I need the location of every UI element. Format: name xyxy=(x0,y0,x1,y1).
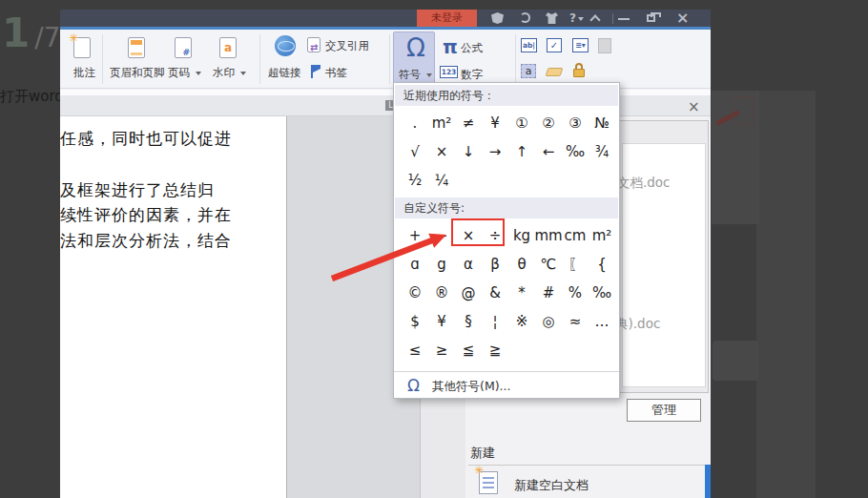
symbol-cell[interactable]: ↑ xyxy=(508,138,535,165)
recent-symbols-row: √×↓→↑←‰¾ xyxy=(402,138,617,165)
symbol-cell[interactable]: № xyxy=(589,110,615,136)
symbol-cell[interactable]: ‰ xyxy=(589,280,615,306)
symbol-cell[interactable]: ‰ xyxy=(562,138,589,165)
symbol-cell[interactable]: ¥ xyxy=(428,308,455,335)
shading-control-icon[interactable]: a xyxy=(521,64,536,78)
combobox-control-icon[interactable]: ≡▾ xyxy=(572,38,589,52)
feedback-refresh-icon[interactable] xyxy=(520,12,530,23)
symbol-cell[interactable]: θ xyxy=(508,251,535,278)
symbol-cell[interactable]: m² xyxy=(589,222,615,249)
chevron-down-icon xyxy=(240,72,246,75)
symbol-cell[interactable]: ¾ xyxy=(589,138,615,165)
close-button[interactable]: × xyxy=(676,11,689,25)
symbol-cell[interactable]: $ xyxy=(402,308,428,335)
formula-label: 公式 xyxy=(461,41,483,55)
task-pane-scrollbar[interactable] xyxy=(705,465,711,498)
symbol-cell[interactable]: ◎ xyxy=(535,308,562,335)
header-footer-label: 页眉和页脚 xyxy=(110,66,165,80)
task-pane-close-icon[interactable]: × xyxy=(688,100,700,114)
eraser-icon[interactable] xyxy=(546,68,564,76)
symbol-cell[interactable]: √ xyxy=(402,138,428,165)
symbol-cell[interactable]: ③ xyxy=(562,110,589,136)
symbol-cell[interactable]: ¦ xyxy=(482,308,508,335)
recent-symbols-row: .m²≠¥①②③№ xyxy=(402,110,617,136)
checkbox-control-icon[interactable]: ✓ xyxy=(547,38,562,52)
symbol-cell[interactable]: ≧ xyxy=(482,337,508,363)
bookmark-button[interactable]: 书签 xyxy=(307,64,364,83)
symbol-cell[interactable]: @ xyxy=(455,280,482,306)
annotation-highlight-box xyxy=(451,218,505,246)
symbol-cell[interactable]: α xyxy=(455,251,482,278)
symbol-cell[interactable]: ← xyxy=(535,138,562,165)
symbol-cell[interactable]: ② xyxy=(535,110,562,136)
document-text-line: 任感，同时也可以促进 xyxy=(60,128,232,150)
group-divider xyxy=(259,34,260,84)
symbol-cell[interactable]: ≥ xyxy=(428,337,455,363)
symbol-cell[interactable]: # xyxy=(535,280,562,306)
ghost-box xyxy=(733,96,754,125)
security-shield-icon[interactable] xyxy=(491,12,504,24)
manage-button[interactable]: 管理 xyxy=(627,399,701,422)
dropdown-separator xyxy=(394,371,619,372)
symbol-cell[interactable]: cm xyxy=(562,222,589,249)
symbol-cell[interactable]: × xyxy=(428,138,455,165)
symbol-cell[interactable]: 〖 xyxy=(562,251,589,278)
new-blank-doc-button[interactable]: 新建空白文档 xyxy=(514,477,589,494)
symbol-cell[interactable]: § xyxy=(455,308,482,335)
symbol-cell[interactable]: ≈ xyxy=(562,308,589,335)
minimize-button[interactable] xyxy=(618,18,630,20)
symbol-cell[interactable]: . xyxy=(402,110,428,136)
symbol-cell[interactable]: * xyxy=(508,280,535,306)
formula-button[interactable]: π 公式 xyxy=(438,37,514,58)
symbol-cell[interactable]: m² xyxy=(428,110,455,136)
symbol-cell[interactable]: … xyxy=(589,308,615,335)
cross-reference-button[interactable]: ⇄ 交叉引用 xyxy=(307,37,383,56)
recent-doc-item[interactable]: 文档.doc xyxy=(617,175,671,192)
more-symbols-item[interactable]: Ω 其他符号(M)... xyxy=(394,374,619,399)
page-total: /7 xyxy=(34,22,60,53)
skin-theme-icon[interactable] xyxy=(546,12,558,24)
symbol-cell[interactable]: → xyxy=(482,138,508,165)
comment-button[interactable]: ✳ 批注 xyxy=(66,33,104,85)
document-page[interactable]: 任感，同时也可以促进 及框架进行了总结归 续性评价的因素，并在 法和层次分析法，… xyxy=(60,116,287,498)
symbol-cell[interactable]: mm xyxy=(535,222,562,249)
textbox-control-icon[interactable]: ab| xyxy=(521,38,537,52)
document-text-line: 续性评价的因素，并在 xyxy=(60,204,232,226)
symbol-cell[interactable]: ※ xyxy=(508,308,535,335)
login-status-button[interactable]: 未登录 xyxy=(417,10,477,27)
lock-protect-icon[interactable] xyxy=(573,62,587,79)
symbol-cell[interactable]: ½ xyxy=(402,167,428,194)
custom-symbols-row: $¥§¦※◎≈… xyxy=(402,308,617,335)
watermark-label: 水印 xyxy=(213,66,246,80)
hyperlink-button[interactable]: 超链接 xyxy=(268,33,306,85)
symbol-cell[interactable]: ① xyxy=(508,110,535,136)
custom-symbols-row: ≤≥≦≧ xyxy=(402,337,617,363)
symbol-cell[interactable]: β xyxy=(482,251,508,278)
symbol-cell[interactable]: ℃ xyxy=(535,251,562,278)
dimmed-background-thumbnail xyxy=(712,91,759,224)
control-properties-icon[interactable] xyxy=(598,38,611,53)
symbol-cell[interactable]: ¼ xyxy=(428,167,455,194)
group-divider xyxy=(389,34,390,84)
ribbon-insert-tab-content: ✳ 批注 页眉和页脚 # 页码 a 水印 超链接 ⇄ xyxy=(60,30,711,89)
page-number-button[interactable]: # 页码 xyxy=(168,33,212,85)
symbol-cell[interactable]: kg xyxy=(508,222,535,249)
help-button[interactable]: ? xyxy=(569,12,584,24)
watermark-button[interactable]: a 水印 xyxy=(213,33,257,85)
header-footer-button[interactable]: 页眉和页脚 xyxy=(110,33,163,85)
symbol-cell[interactable]: ≠ xyxy=(455,110,482,136)
symbol-cell[interactable]: ≤ xyxy=(402,337,428,363)
symbol-cell[interactable]: % xyxy=(562,280,589,306)
symbol-cell[interactable]: ¥ xyxy=(482,110,508,136)
symbol-cell[interactable]: ↓ xyxy=(455,138,482,165)
recent-doc-item[interactable]: 典).doc xyxy=(615,316,660,333)
symbol-cell[interactable]: { xyxy=(589,251,615,278)
restore-button[interactable] xyxy=(647,14,655,22)
symbol-cell[interactable]: & xyxy=(482,280,508,306)
symbol-button[interactable]: Ω 符号 xyxy=(393,31,435,87)
collapse-ribbon-button[interactable] xyxy=(589,14,600,25)
more-symbols-label: 其他符号(M)... xyxy=(432,379,510,395)
group-divider xyxy=(515,34,516,84)
watermark-icon: a xyxy=(219,37,237,58)
symbol-cell[interactable]: ≦ xyxy=(455,337,482,363)
